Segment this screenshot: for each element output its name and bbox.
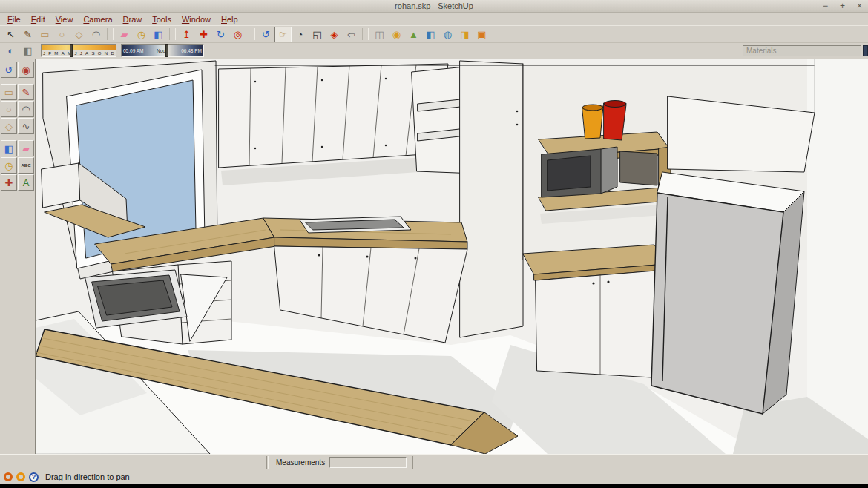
text-icon: ABC xyxy=(22,163,31,168)
menu-file[interactable]: File xyxy=(2,14,26,24)
get-models-button[interactable]: ◨ xyxy=(456,27,473,42)
move-icon: ✚ xyxy=(200,30,208,39)
minimize-button[interactable]: − xyxy=(823,1,828,11)
orbit-icon: ↺ xyxy=(262,30,270,39)
position-camera-button[interactable]: ◉ xyxy=(18,62,34,78)
menu-camera[interactable]: Camera xyxy=(78,14,117,24)
share-model-icon: ▣ xyxy=(477,30,486,39)
panel-edge-button[interactable] xyxy=(863,45,868,56)
line-button[interactable]: ✎ xyxy=(19,27,36,42)
shadow-date-slider[interactable]: JFMAMJJASOND xyxy=(41,44,116,57)
tape-measure-button[interactable]: ◷ xyxy=(1,157,17,174)
arc-button[interactable]: ◠ xyxy=(18,101,34,117)
select-icon: ↖ xyxy=(7,30,15,39)
tape-measure-icon: ◷ xyxy=(4,161,13,171)
polygon-icon: ◇ xyxy=(76,30,83,39)
group-separator xyxy=(107,28,114,40)
rectangle-button[interactable]: ▭ xyxy=(1,84,17,100)
arc-icon: ◠ xyxy=(22,105,30,114)
google-earth-button[interactable]: ◍ xyxy=(439,27,456,42)
tape-measure-icon: ◷ xyxy=(137,30,145,39)
section-plane-button[interactable]: ◫ xyxy=(371,27,388,42)
shadow-bar: ◐◧ JFMAMJJASOND 05:09 AM Noon 06:48 PM M… xyxy=(0,43,868,59)
menu-edit[interactable]: Edit xyxy=(26,14,50,24)
time-start-label: 05:09 AM xyxy=(123,48,143,53)
polygon-button[interactable]: ◇ xyxy=(70,27,88,42)
toggle-terrain-button[interactable]: ▲ xyxy=(405,27,422,42)
date-slider-thumb[interactable] xyxy=(70,44,73,57)
rectangle-icon: ▭ xyxy=(40,30,49,39)
text-button[interactable]: ABC xyxy=(18,157,34,174)
photo-textures-button[interactable]: ◧ xyxy=(422,27,439,42)
axes-button[interactable]: ✚ xyxy=(1,174,17,191)
viewport-3d[interactable] xyxy=(36,59,868,454)
zoom-icon: ◔ xyxy=(297,30,303,39)
month-labels: JFMAMJJASOND xyxy=(42,50,116,56)
previous-view-icon: ⇦ xyxy=(347,30,355,39)
polygon-icon: ◇ xyxy=(5,122,13,131)
title-bar: rohan.skp - SketchUp − + × xyxy=(0,0,868,13)
orbit-button[interactable]: ↺ xyxy=(257,27,274,42)
menu-view[interactable]: View xyxy=(50,14,79,24)
rotate-button[interactable]: ↻ xyxy=(212,27,229,42)
tape-measure-button[interactable]: ◷ xyxy=(133,27,150,42)
circle-button[interactable]: ○ xyxy=(1,101,17,117)
paint-bucket-button[interactable]: ◧ xyxy=(150,27,167,42)
orbit-button[interactable]: ↺ xyxy=(1,62,17,78)
position-camera-icon: ◉ xyxy=(22,65,30,75)
month-label: A xyxy=(85,50,88,56)
time-slider-thumb[interactable] xyxy=(165,44,168,57)
polygon-button[interactable]: ◇ xyxy=(1,118,17,134)
menu-help[interactable]: Help xyxy=(216,14,243,24)
materials-label: Materials xyxy=(746,47,777,55)
close-button[interactable]: × xyxy=(857,1,862,11)
offset-icon: ◎ xyxy=(234,30,242,39)
eraser-button[interactable]: ▰ xyxy=(116,27,133,42)
menu-window[interactable]: Window xyxy=(177,14,216,24)
viewport-3d-scene[interactable] xyxy=(36,59,868,454)
measurements-label: Measurements xyxy=(274,458,329,466)
menu-tools[interactable]: Tools xyxy=(147,14,177,24)
help-icon[interactable]: ? xyxy=(29,472,39,482)
microwave xyxy=(542,147,617,197)
toggle-shadows-icon: ◧ xyxy=(23,46,32,56)
tool-palette: ↺◉▭✎○◠◇∿◧▰◷ABC✚A xyxy=(0,59,36,454)
push-pull-button[interactable]: ↥ xyxy=(178,27,195,42)
materials-box[interactable]: Materials xyxy=(743,45,861,56)
share-model-button[interactable]: ▣ xyxy=(473,27,490,42)
3d-text-icon: A xyxy=(23,178,30,188)
status-indicator-icon-1[interactable] xyxy=(4,472,13,481)
pan-button[interactable]: ☞ xyxy=(274,27,292,42)
zoom-window-button[interactable]: ◱ xyxy=(309,27,326,42)
freehand-button[interactable]: ∿ xyxy=(18,118,34,134)
3d-text-button[interactable]: A xyxy=(18,174,34,191)
eraser-button[interactable]: ▰ xyxy=(18,140,34,156)
shadow-time-slider[interactable]: 05:09 AM Noon 06:48 PM xyxy=(121,44,204,57)
circle-button[interactable]: ○ xyxy=(53,27,70,42)
time-end-label: 06:48 PM xyxy=(181,48,202,53)
add-location-button[interactable]: ◉ xyxy=(388,27,405,42)
zoom-extents-button[interactable]: ◈ xyxy=(326,27,343,42)
menu-draw[interactable]: Draw xyxy=(118,14,148,24)
maximize-button[interactable]: + xyxy=(840,1,845,11)
paint-bucket-button[interactable]: ◧ xyxy=(1,140,17,156)
status-indicator-icon-2[interactable] xyxy=(16,472,25,481)
move-button[interactable]: ✚ xyxy=(195,27,212,42)
axes-icon: ✚ xyxy=(5,178,13,188)
shadow-settings-icon: ◐ xyxy=(8,46,14,56)
measurements-input[interactable] xyxy=(329,457,407,468)
month-label: A xyxy=(62,50,65,56)
select-button[interactable]: ↖ xyxy=(2,27,19,42)
shadow-settings-button[interactable]: ◐ xyxy=(2,43,19,59)
offset-button[interactable]: ◎ xyxy=(229,27,246,42)
rectangle-button[interactable]: ▭ xyxy=(36,27,53,42)
previous-view-button[interactable]: ⇦ xyxy=(343,27,360,42)
measurements-spacer xyxy=(0,456,267,469)
group-separator xyxy=(1,79,34,83)
measurements-bar: Measurements xyxy=(0,454,868,470)
toggle-shadows-button[interactable]: ◧ xyxy=(19,43,36,59)
zoom-button[interactable]: ◔ xyxy=(292,27,309,42)
arc-button[interactable]: ◠ xyxy=(88,27,105,42)
month-label: S xyxy=(91,50,94,56)
line-button[interactable]: ✎ xyxy=(18,84,34,100)
